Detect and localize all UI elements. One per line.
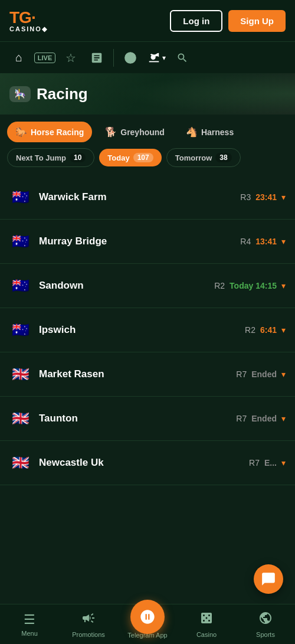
flag-taunton: 🇬🇧 [9,407,32,430]
filter-tomorrow[interactable]: Tomorrow 38 [166,148,241,167]
race-right-market: R7 Ended ▾ [236,370,286,379]
race-time-taunton: Ended [251,414,277,423]
promotions-label: Promotions [72,631,105,638]
flag-warwick: 🇦🇺 [9,186,32,208]
race-left-market: 🇬🇧 Market Rasen [9,363,104,385]
racing-tabs: 🐎 Horse Racing 🐕 Greyhound 🐴 Harness [0,115,295,142]
filter-next-count: 10 [70,153,86,162]
race-name-newcastle: Newcastle Uk [39,457,104,469]
flag-newcastle: 🇬🇧 [9,452,32,474]
race-item-sandown[interactable]: 🇦🇺 Sandown R2 Today 14:15 ▾ [0,264,295,308]
race-item-taunton[interactable]: 🇬🇧 Taunton R7 Ended ▾ [0,397,295,441]
race-name-murray: Murray Bridge [39,236,107,247]
filter-tomorrow-count: 38 [215,153,231,162]
header: TG· CASINO◆ Log in Sign Up [0,0,295,41]
racing-icon-badge: 🎠 [9,86,31,102]
race-time-market: Ended [251,370,277,379]
filter-next-to-jump[interactable]: Next To Jump 10 [7,148,94,167]
race-name-warwick: Warwick Farm [39,191,107,203]
nav-betslip[interactable] [85,47,109,69]
nav-casino[interactable]: Casino [177,611,236,638]
race-right-newcastle: R7 E... ▾ [249,458,286,468]
race-item-warwick[interactable]: 🇦🇺 Warwick Farm R3 23:41 ▾ [0,175,295,220]
race-right-warwick: R3 23:41 ▾ [240,192,286,202]
nav-telegram[interactable]: Telegram App [118,610,177,639]
race-item-market-rasen[interactable]: 🇬🇧 Market Rasen R7 Ended ▾ [0,352,295,397]
race-round-sandown: R2 [214,281,225,290]
tab-harness-label: Harness [201,128,234,137]
race-left-sandown: 🇦🇺 Sandown [9,274,84,297]
nav-live[interactable]: LIVE [33,47,57,69]
nav-search[interactable] [171,47,194,69]
nav-menu[interactable]: ☰ Menu [0,612,59,637]
tab-greyhound-label: Greyhound [120,128,165,137]
flag-sandown: 🇦🇺 [9,274,32,297]
nav-soccer[interactable] [119,47,142,69]
filter-today[interactable]: Today 107 [99,149,161,166]
race-round-market: R7 [236,370,247,379]
logo-casino: CASINO◆ [9,26,48,32]
nav-racing[interactable]: ▾ [145,47,168,69]
filter-tomorrow-label: Tomorrow [175,153,212,162]
race-name-taunton: Taunton [39,413,78,424]
live-badge[interactable]: LIVE [34,53,55,63]
telegram-button[interactable] [130,600,165,634]
nav-favorites[interactable]: ☆ [59,47,83,69]
race-time-warwick: 23:41 [255,192,277,202]
casino-label: Casino [196,631,217,638]
flag-murray: 🇦🇺 [9,230,32,253]
race-left-newcastle: 🇬🇧 Newcastle Uk [9,452,104,474]
race-left-taunton: 🇬🇧 Taunton [9,407,78,430]
chevron-ipswich: ▾ [281,325,286,335]
menu-icon: ☰ [24,612,35,627]
filter-today-count: 107 [133,153,153,162]
race-time-newcastle: E... [264,458,277,468]
race-right-taunton: R7 Ended ▾ [236,414,286,423]
race-time-murray: 13:41 [255,237,277,246]
race-left-murray: 🇦🇺 Murray Bridge [9,230,107,253]
race-left-warwick: 🇦🇺 Warwick Farm [9,186,107,208]
casino-icon [199,611,214,629]
nav-home[interactable]: ⌂ [7,47,31,69]
tab-horse-racing[interactable]: 🐎 Horse Racing [7,122,92,142]
race-round-warwick: R3 [240,192,251,202]
nav-promotions[interactable]: Promotions [59,611,118,638]
race-round-newcastle: R7 [249,458,260,468]
race-name-market: Market Rasen [39,368,104,380]
race-item-murray[interactable]: 🇦🇺 Murray Bridge R4 13:41 ▾ [0,220,295,264]
signup-button[interactable]: Sign Up [228,10,286,32]
chevron-newcastle: ▾ [281,458,286,468]
race-item-ipswich[interactable]: 🇦🇺 Ipswich R2 6:41 ▾ [0,308,295,352]
race-item-newcastle[interactable]: 🇬🇧 Newcastle Uk R7 E... ▾ [0,441,295,485]
filter-next-label: Next To Jump [16,153,66,162]
sports-label: Sports [256,631,275,638]
race-time-ipswich: 6:41 [260,325,277,335]
login-button[interactable]: Log in [170,10,222,32]
flag-ipswich: 🇦🇺 [9,319,32,341]
race-time-sandown: Today 14:15 [230,281,277,290]
top-navbar: ⌂ LIVE ☆ ▾ [0,41,295,73]
flag-market: 🇬🇧 [9,363,32,385]
tab-greyhound[interactable]: 🐕 Greyhound [97,122,173,142]
race-right-murray: R4 13:41 ▾ [240,237,286,246]
race-round-ipswich: R2 [245,325,255,335]
menu-label: Menu [21,630,38,637]
harness-icon: 🐴 [186,126,198,138]
racing-hero: 🎠 Racing [0,73,295,115]
sports-icon [258,611,273,629]
header-buttons: Log in Sign Up [170,10,286,32]
race-round-taunton: R7 [236,414,247,423]
race-right-ipswich: R2 6:41 ▾ [245,325,286,335]
bottom-navigation: ☰ Menu Promotions Telegram App Casino Sp… [0,604,295,644]
chevron-sandown: ▾ [281,281,286,290]
tab-horse-label: Horse Racing [31,128,84,137]
race-right-sandown: R2 Today 14:15 ▾ [214,281,286,290]
chevron-murray: ▾ [281,237,286,246]
nav-sports[interactable]: Sports [236,611,295,638]
chat-bubble[interactable] [254,564,283,594]
horse-icon: 🐎 [15,126,27,138]
tab-harness[interactable]: 🐴 Harness [178,122,242,142]
chevron-market: ▾ [281,370,286,379]
race-name-sandown: Sandown [39,280,84,292]
greyhound-icon: 🐕 [105,126,117,138]
